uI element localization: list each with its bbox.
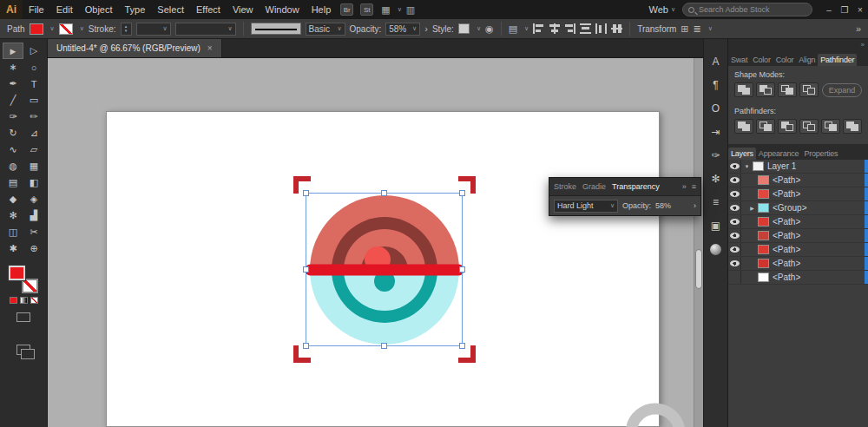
tab-layers[interactable]: Layers: [728, 148, 756, 160]
perspective-grid-tool[interactable]: ▦: [23, 158, 44, 174]
blend-mode-select[interactable]: Hard Light ∨: [554, 200, 618, 213]
character-panel-icon[interactable]: A: [708, 55, 724, 69]
width-tool[interactable]: ∿: [3, 141, 23, 158]
collapse-dock-icon[interactable]: »: [861, 41, 865, 49]
layer-row-path[interactable]: <Path>: [728, 215, 868, 229]
tab-stroke[interactable]: Stroke: [554, 182, 576, 191]
close-button[interactable]: ×: [852, 5, 868, 15]
chevron-down-icon[interactable]: ∨: [524, 25, 529, 32]
app-logo-icon[interactable]: Ai: [0, 0, 23, 19]
opentype-panel-icon[interactable]: O: [708, 102, 724, 115]
minus-back-button[interactable]: [843, 119, 862, 134]
handle-top-right[interactable]: [460, 191, 465, 196]
mesh-tool[interactable]: ▤: [3, 174, 23, 191]
bridge-icon[interactable]: Br: [340, 3, 353, 16]
variable-width-select[interactable]: Basic∨: [306, 23, 345, 36]
handle-middle-left[interactable]: [304, 267, 309, 273]
visibility-toggle[interactable]: [728, 215, 741, 228]
layer-row-path[interactable]: <Path>: [728, 271, 868, 285]
menu-edit[interactable]: Edit: [50, 0, 79, 19]
stroke-panel-icon[interactable]: ≡: [708, 195, 724, 209]
stroke-proxy-swatch[interactable]: [22, 279, 38, 293]
free-transform-tool[interactable]: ▱: [23, 141, 44, 158]
panel-opacity-value[interactable]: 58%: [655, 201, 671, 210]
merge-button[interactable]: [778, 119, 797, 134]
align-center-icon[interactable]: [549, 23, 560, 34]
layer-row-path[interactable]: <Path>: [728, 187, 868, 201]
red-bar[interactable]: [305, 265, 464, 276]
zoom-tool[interactable]: ⊕: [23, 240, 44, 257]
slice-tool[interactable]: ✂: [23, 224, 44, 240]
panel-menu-icon[interactable]: ≡: [692, 182, 696, 191]
shape-properties-icon[interactable]: ⊞: [681, 23, 688, 35]
lasso-tool[interactable]: ○: [23, 59, 44, 76]
visibility-toggle[interactable]: [728, 257, 741, 270]
magic-wand-tool[interactable]: ∗: [3, 59, 23, 76]
menu-select[interactable]: Select: [151, 0, 190, 19]
minimize-button[interactable]: –: [821, 5, 837, 15]
rectangle-tool[interactable]: ▭: [23, 92, 44, 108]
hand-tool[interactable]: ✱: [3, 240, 23, 257]
tab-pathfinder[interactable]: Pathfinder: [818, 54, 857, 66]
scrollbar-thumb[interactable]: [695, 249, 702, 289]
direct-selection-tool[interactable]: ▷: [23, 43, 44, 59]
symbol-sprayer-tool[interactable]: ✻: [3, 207, 23, 224]
dock-collapse-bar[interactable]: »: [728, 39, 868, 50]
layer-row-path[interactable]: <Path>: [728, 174, 868, 187]
crop-button[interactable]: [799, 119, 819, 134]
menu-window[interactable]: Window: [260, 0, 306, 19]
visibility-toggle[interactable]: [728, 271, 741, 284]
stock-icon[interactable]: St: [360, 3, 373, 16]
layer-thumbnail[interactable]: [758, 231, 769, 240]
visibility-toggle[interactable]: [728, 174, 741, 187]
handle-bottom-right[interactable]: [460, 344, 465, 349]
isolate-mode-icon[interactable]: ≣: [694, 23, 701, 35]
divide-button[interactable]: [734, 119, 753, 134]
disclosure-triangle[interactable]: ▼: [741, 164, 753, 169]
workspace-layout-icon[interactable]: ▥: [406, 4, 415, 16]
change-screen-mode-icon[interactable]: [16, 345, 30, 355]
layer-name[interactable]: Layer 1: [767, 161, 865, 171]
layer-name[interactable]: <Path>: [773, 175, 865, 185]
distribute-vertical-icon[interactable]: [580, 23, 591, 34]
tab-color-guide[interactable]: Color: [773, 54, 797, 66]
arrange-documents-chevron-icon[interactable]: ∨: [398, 6, 402, 13]
layer-row-group[interactable]: ▶ <Group>: [728, 201, 868, 215]
opacity-arrow-icon[interactable]: ›: [424, 23, 428, 34]
style-chevron-icon[interactable]: ∨: [477, 25, 481, 32]
layer-thumbnail[interactable]: [758, 245, 769, 254]
type-tool[interactable]: T: [23, 76, 44, 92]
layer-thumbnail[interactable]: [753, 161, 764, 171]
handle-top-left[interactable]: [304, 191, 309, 196]
artboard-tool[interactable]: ◫: [3, 224, 23, 240]
transform-label[interactable]: Transform: [637, 24, 676, 34]
layer-name[interactable]: <Path>: [773, 189, 865, 199]
width-profile-preview[interactable]: [251, 23, 301, 35]
symbols-panel-icon[interactable]: ✻: [708, 172, 724, 186]
line-segment-tool[interactable]: ╱: [3, 92, 23, 108]
expand-button[interactable]: Expand: [822, 83, 862, 97]
artboards-panel-icon[interactable]: ▣: [708, 219, 724, 233]
gradient-mode-icon[interactable]: [20, 297, 28, 304]
screen-mode-icon[interactable]: [16, 312, 30, 322]
opacity-select[interactable]: 58%∨: [385, 23, 420, 36]
color-mode-icon[interactable]: [10, 297, 17, 304]
menu-type[interactable]: Type: [119, 0, 152, 19]
tab-properties[interactable]: Properties: [801, 148, 840, 160]
stroke-chevron-icon[interactable]: ∨: [80, 25, 84, 32]
stroke-weight-stepper[interactable]: ▴▾: [121, 23, 132, 36]
menu-file[interactable]: File: [23, 0, 50, 19]
visibility-toggle[interactable]: [728, 187, 741, 200]
visibility-toggle[interactable]: [728, 201, 741, 214]
eyedropper-tool[interactable]: ◆: [3, 191, 23, 207]
tab-swatches[interactable]: Swat: [728, 54, 750, 66]
disclosure-triangle[interactable]: ▶: [746, 205, 758, 211]
tab-transparency[interactable]: Transparency: [612, 182, 660, 191]
search-input[interactable]: [699, 5, 803, 14]
stroke-color-swatch[interactable]: [59, 23, 73, 35]
layer-row-layer1[interactable]: ▼ Layer 1: [728, 160, 868, 174]
document-tab[interactable]: Untitled-4* @ 66.67% (RGB/Preview) ×: [48, 39, 222, 57]
menu-effect[interactable]: Effect: [190, 0, 227, 19]
tab-align[interactable]: Align: [796, 54, 818, 66]
layer-thumbnail[interactable]: [758, 175, 769, 185]
